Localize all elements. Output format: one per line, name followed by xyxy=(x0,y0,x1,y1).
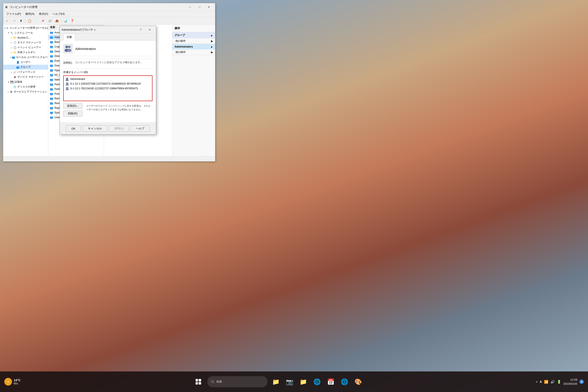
weather-temp: 14°C xyxy=(14,378,20,382)
dialog-tab-bar: 全般 xyxy=(60,34,156,40)
description-section: 説明(E): コンピューター/ドメインに完全なアクセス権があります。 xyxy=(63,60,152,66)
group-name-section: Administrators xyxy=(63,44,152,56)
tray-arrow[interactable]: ∧ xyxy=(536,380,538,383)
group-avatar-image xyxy=(63,44,73,53)
clock[interactable]: 12:59 2023/02/20 xyxy=(563,378,577,386)
weather-info: 14°C 晴れ xyxy=(14,378,20,385)
taskbar: ☀ 14°C 晴れ 検索 📁 📷 📁 xyxy=(0,372,588,392)
taskbar-calendar[interactable]: 📅 xyxy=(326,376,336,387)
battery-icon: 🔋 xyxy=(557,380,561,384)
dialog-title-bar: Administratorsのプロパティ ? ✕ xyxy=(60,26,156,34)
svg-point-17 xyxy=(67,89,69,90)
svg-rect-0 xyxy=(63,44,73,53)
tab-general[interactable]: 全般 xyxy=(63,34,75,40)
notification-icon[interactable]: ● xyxy=(579,380,584,384)
remove-member-button[interactable]: 削除(R) xyxy=(63,110,82,116)
wifi-icon[interactable]: 📶 xyxy=(544,380,548,384)
taskbar-center: 検索 📁 📷 📁 🌐 📅 🌐 🎨 xyxy=(20,376,536,387)
group-name-label: Administrators xyxy=(75,47,96,50)
desc-divider-bottom xyxy=(63,68,152,69)
taskbar-files[interactable]: 📁 xyxy=(298,376,309,387)
member-sid-1[interactable]: S-1-12-1-2283237188-1157260272-316899932… xyxy=(65,82,151,86)
dialog-title: Administratorsのプロパティ xyxy=(62,28,136,32)
weather-desc: 晴れ xyxy=(14,382,20,385)
font-icon: A xyxy=(540,380,542,384)
weather-icon: ☀ xyxy=(4,378,12,386)
dialog-close-button[interactable]: ✕ xyxy=(145,27,154,33)
taskbar-file-explorer[interactable]: 📁 xyxy=(271,376,281,387)
administrator-icon xyxy=(65,77,69,81)
add-member-button[interactable]: 追加(D)... xyxy=(63,103,82,109)
svg-point-3 xyxy=(68,46,71,48)
start-grid-icon xyxy=(196,379,201,384)
taskbar-edge[interactable]: 🌐 xyxy=(312,376,322,387)
member-administrator[interactable]: Administrator xyxy=(65,77,151,82)
desc-label: 説明(E): xyxy=(63,61,73,65)
sid-icon-2 xyxy=(65,87,69,90)
taskbar-paint[interactable]: 🎨 xyxy=(353,376,364,387)
svg-point-1 xyxy=(65,46,68,48)
apply-button[interactable]: 適用(A) xyxy=(109,125,129,132)
membership-notice: ユーザーのグループ メンバーシップに対する変更は、そのユーザーが次にログオンする… xyxy=(85,103,152,116)
desc-divider-top xyxy=(63,59,152,59)
svg-point-6 xyxy=(66,78,68,80)
group-avatar xyxy=(63,44,73,53)
dialog-content: Administrators 説明(E): コンピューター/ドメインに完全なアク… xyxy=(60,40,156,122)
svg-point-18 xyxy=(211,380,213,382)
svg-point-12 xyxy=(67,84,69,86)
start-button[interactable] xyxy=(193,376,204,387)
svg-point-4 xyxy=(67,49,71,52)
weather-widget: ☀ 14°C 晴れ xyxy=(4,378,20,386)
time-display: 12:59 xyxy=(563,378,577,382)
desc-value: コンピューター/ドメインに完全なアクセス権があります。 xyxy=(75,60,143,64)
members-label: 所属するメンバー(M): xyxy=(63,70,152,74)
search-icon xyxy=(211,380,214,384)
members-list: Administrator S-1-12-1-2283237188-115726… xyxy=(63,76,152,101)
sid-icon-1 xyxy=(65,82,69,86)
help-footer-button[interactable]: ヘルプ xyxy=(131,125,150,132)
taskbar-camera[interactable]: 📷 xyxy=(284,376,295,387)
ok-button[interactable]: OK xyxy=(66,125,81,132)
dialog-help-button[interactable]: ? xyxy=(136,27,145,33)
administrators-properties-dialog: Administratorsのプロパティ ? ✕ 全般 xyxy=(60,26,156,134)
dialog-footer: OK キャンセル 適用(A) ヘルプ xyxy=(60,122,156,134)
cancel-button[interactable]: キャンセル xyxy=(83,125,107,132)
volume-icon[interactable]: 🔊 xyxy=(550,380,555,384)
search-placeholder: 検索 xyxy=(216,380,222,384)
svg-point-16 xyxy=(67,88,68,89)
member-sid-2[interactable]: S-1-12-1-782134192-1213022727-3386479504… xyxy=(65,86,151,91)
members-section: 所属するメンバー(M): Administrator xyxy=(63,70,152,116)
taskbar-chrome[interactable]: 🌐 xyxy=(340,376,350,387)
dialog-overlay: Administratorsのプロパティ ? ✕ 全般 xyxy=(0,0,588,392)
system-tray: ∧ A 📶 🔊 🔋 12:59 2023/02/20 ● xyxy=(536,378,584,386)
search-bar[interactable]: 検索 xyxy=(207,376,267,387)
svg-point-11 xyxy=(67,83,68,84)
date-display: 2023/02/20 xyxy=(563,382,577,386)
svg-line-19 xyxy=(213,382,214,383)
